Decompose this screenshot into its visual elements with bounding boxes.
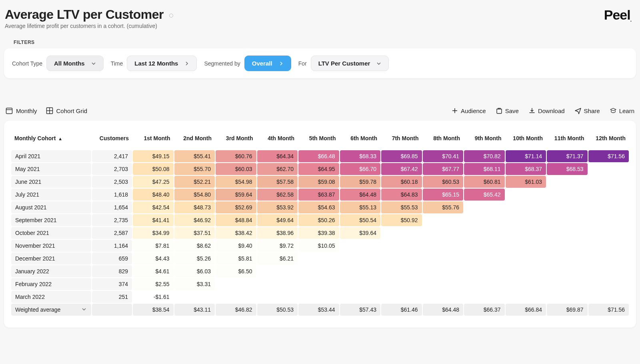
cohort-name-cell[interactable]: September 2021 [11,214,91,226]
cohort-name-cell[interactable]: April 2021 [11,150,91,162]
table-header[interactable]: 12th Month [588,131,629,149]
value-cell: $59.64 [216,189,256,201]
table-header[interactable]: 11th Month [547,131,588,149]
table-header[interactable]: 6th Month [340,131,381,149]
view-monthly-label: Monthly [16,107,37,114]
table-header[interactable]: 9th Month [464,131,505,149]
value-cell [423,240,464,252]
chevron-down-icon [91,61,96,66]
weighted-average-label[interactable]: Weighted average [11,304,91,316]
weighted-average-row[interactable]: Weighted average$38.54$43.11$46.82$50.53… [11,304,629,316]
customers-cell: 2,587 [92,227,132,239]
value-cell [547,253,588,265]
cohort-name-cell[interactable]: March 2022 [11,291,91,303]
table-header[interactable]: 1st Month [133,131,174,149]
view-monthly-button[interactable]: Monthly [6,107,37,114]
cohort-name-cell[interactable]: January 2022 [11,265,91,277]
value-cell: $48.73 [174,201,215,213]
value-cell: $48.40 [133,189,174,201]
value-cell: $60.18 [381,176,422,188]
value-cell [464,201,505,213]
weighted-average-cell: $66.37 [464,304,505,316]
table-header[interactable]: 5th Month [298,131,339,149]
share-button[interactable]: Share [574,107,600,114]
value-cell [257,278,298,290]
value-cell: $38.96 [257,227,298,239]
customers-cell: 251 [92,291,132,303]
weighted-average-cell: $69.87 [547,304,588,316]
table-header[interactable]: Customers [92,131,132,149]
value-cell [588,201,629,213]
value-cell [464,278,505,290]
value-cell [506,291,546,303]
value-cell [381,291,422,303]
share-label: Share [584,107,600,114]
segmented-select[interactable]: Overall [244,56,291,71]
grid-icon [46,107,53,114]
cohort-name-cell[interactable]: August 2021 [11,201,91,213]
value-cell [423,214,464,226]
cohort-name-cell[interactable]: February 2022 [11,278,91,290]
value-cell [588,291,629,303]
view-cohort-grid-button[interactable]: Cohort Grid [46,107,88,114]
value-cell: $49.15 [133,150,174,162]
table-header[interactable]: Monthly Cohort ▲ [11,131,91,149]
weighted-average-cell: $64.48 [423,304,464,316]
value-cell [464,214,505,226]
cohort-type-label: Cohort Type [12,60,42,67]
value-cell [547,176,588,188]
value-cell: $53.92 [257,201,298,213]
value-cell [506,227,546,239]
cohort-name-cell[interactable]: October 2021 [11,227,91,239]
value-cell [381,240,422,252]
cohort-name-cell[interactable]: December 2021 [11,253,91,265]
save-button[interactable]: Save [496,107,519,114]
table-header[interactable]: 10th Month [506,131,546,149]
audience-button[interactable]: Audience [451,107,486,114]
for-select[interactable]: LTV Per Customer [311,56,389,71]
value-cell [506,265,546,277]
value-cell [464,253,505,265]
value-cell: $70.41 [423,150,464,162]
table-row: February 2022374$2.55$3.31 [11,278,629,290]
value-cell [506,278,546,290]
page-title: Average LTV per Customer [5,7,173,22]
learn-button[interactable]: Learn [610,107,634,114]
value-cell: $64.34 [257,150,298,162]
time-label: Time [111,60,123,67]
cohort-name-cell[interactable]: June 2021 [11,176,91,188]
time-select[interactable]: Last 12 Months [127,56,197,71]
cohort-name-cell[interactable]: July 2021 [11,189,91,201]
value-cell: $62.70 [257,163,298,175]
value-cell: $3.31 [174,278,215,290]
table-row: January 2022829$4.61$6.03$6.50 [11,265,629,277]
table-header[interactable]: 8th Month [423,131,464,149]
cohort-table: Monthly Cohort ▲Customers1st Month2nd Mo… [10,130,630,316]
cohort-name-cell[interactable]: November 2021 [11,240,91,252]
value-cell: $71.37 [547,150,588,162]
value-cell [547,240,588,252]
cohort-name-cell[interactable]: May 2021 [11,163,91,175]
table-header[interactable]: 4th Month [257,131,298,149]
value-cell: $54.80 [174,189,215,201]
table-header[interactable]: 7th Month [381,131,422,149]
value-cell: $49.64 [257,214,298,226]
value-cell [506,201,546,213]
cohort-type-select[interactable]: All Months [46,56,104,71]
customers-cell: 1,164 [92,240,132,252]
value-cell: $63.87 [298,189,339,201]
value-cell [381,227,422,239]
table-header[interactable]: 2nd Month [174,131,215,149]
segmented-value: Overall [252,60,272,67]
table-header[interactable]: 3rd Month [216,131,256,149]
value-cell [547,201,588,213]
value-cell: $68.37 [506,163,546,175]
weighted-average-cell: $71.56 [588,304,629,316]
value-cell: $37.51 [174,227,215,239]
info-icon[interactable] [169,14,173,18]
value-cell [547,227,588,239]
table-row: August 20211,654$42.54$48.73$52.69$53.92… [11,201,629,213]
value-cell [298,253,339,265]
value-cell: $62.58 [257,189,298,201]
download-button[interactable]: Download [528,107,565,114]
